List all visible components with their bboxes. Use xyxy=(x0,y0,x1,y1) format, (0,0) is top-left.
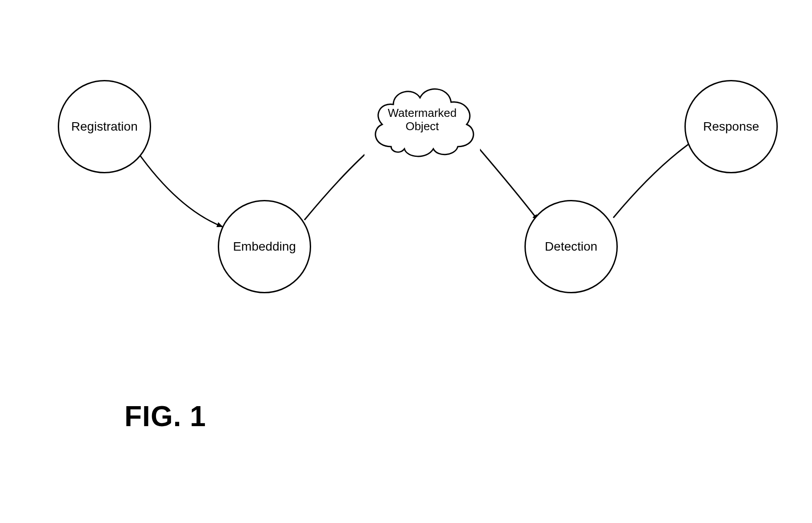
node-registration: Registration xyxy=(58,80,151,173)
node-response: Response xyxy=(684,80,778,173)
node-watermarked-object: Watermarked Object xyxy=(364,80,480,160)
watermarked-label-line1: Watermarked xyxy=(388,106,456,120)
edge-detection-response xyxy=(613,138,698,218)
node-watermarked-label: Watermarked Object xyxy=(364,107,480,133)
arrows-layer xyxy=(0,0,812,523)
node-embedding-label: Embedding xyxy=(230,240,299,254)
node-detection-label: Detection xyxy=(542,240,600,254)
node-embedding: Embedding xyxy=(218,200,311,293)
node-detection: Detection xyxy=(524,200,618,293)
node-response-label: Response xyxy=(700,120,762,134)
watermarked-label-line2: Object xyxy=(405,120,439,133)
figure-caption: FIG. 1 xyxy=(124,400,206,433)
edge-watermarked-detection xyxy=(476,144,538,220)
node-registration-label: Registration xyxy=(68,120,140,134)
edge-registration-embedding xyxy=(137,151,222,227)
diagram-stage: Registration Embedding Watermarked Objec… xyxy=(0,0,812,523)
